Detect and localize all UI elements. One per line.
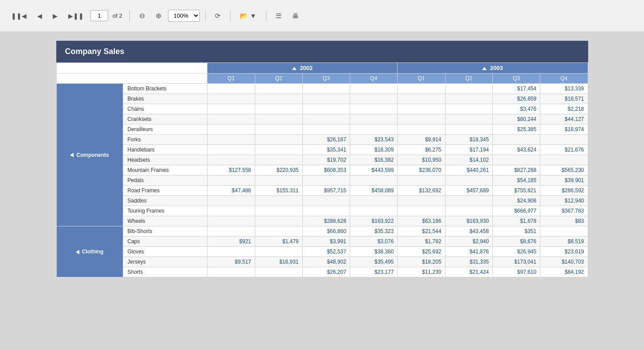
view-button[interactable]: ☰ <box>272 9 285 23</box>
cell-q2002_4 <box>350 94 398 104</box>
cell-q2003_1 <box>398 84 445 94</box>
zoom-out-button[interactable]: ⊖ <box>135 9 149 23</box>
cell-q2003_4: $18,974 <box>540 124 588 135</box>
first-page-button[interactable]: ❚❚◀ <box>7 10 31 22</box>
collapse-triangle-components[interactable] <box>70 153 74 157</box>
sort-triangle-2003 <box>482 67 487 70</box>
table-row: Cranksets$80,244$44,127 <box>56 114 588 124</box>
cell-q2003_2 <box>445 206 492 216</box>
cell-q2002_1 <box>207 196 255 206</box>
export-button[interactable]: 📂 ▼ <box>236 9 261 23</box>
table-row: Touring Frames$666,977$367,783 <box>56 206 588 216</box>
cell-q2002_2 <box>255 104 302 114</box>
cell-q2002_1 <box>207 135 255 145</box>
cell-q2002_3: $66,860 <box>302 226 350 237</box>
item-name-cell: Headsets <box>123 155 207 165</box>
cell-q2003_3: $26,945 <box>492 247 540 257</box>
cell-q2003_4: $565,230 <box>540 165 588 175</box>
cell-q2003_2 <box>445 104 492 114</box>
item-name-cell: Mountain Frames <box>123 165 207 175</box>
cell-q2002_1 <box>207 145 255 155</box>
cell-q2003_2: $2,940 <box>445 237 492 247</box>
cell-q2002_2 <box>255 196 302 206</box>
year-2002-header: 2002 <box>207 63 398 74</box>
cell-q2003_3: $26,659 <box>492 94 540 104</box>
collapse-triangle-clothing[interactable] <box>76 250 79 254</box>
cell-q2003_3: $827,288 <box>492 165 540 175</box>
item-name-cell: Pedals <box>123 175 207 186</box>
cell-q2002_4 <box>350 84 398 94</box>
cell-q2003_2: $17,194 <box>445 145 492 155</box>
cell-q2002_3: $26,207 <box>302 267 350 277</box>
cell-q2003_2 <box>445 175 492 186</box>
cell-q2003_2 <box>445 124 492 135</box>
refresh-button[interactable]: ⟳ <box>211 9 225 23</box>
cell-q2002_2 <box>255 114 302 124</box>
cell-q2003_1: $21,544 <box>398 226 445 237</box>
q3-2003-header: Q3 <box>492 74 540 84</box>
cell-q2003_3: $80,244 <box>492 114 540 124</box>
cell-q2002_3: $3,991 <box>302 237 350 247</box>
cell-q2002_3 <box>302 114 350 124</box>
cell-q2003_4: $8,519 <box>540 237 588 247</box>
cell-q2003_4: $140,703 <box>540 257 588 267</box>
cell-q2003_1: $63,186 <box>398 216 445 226</box>
item-name-cell: Shorts <box>123 267 207 277</box>
cell-q2002_3: $19,702 <box>302 155 350 165</box>
cell-q2002_4: $35,495 <box>350 257 398 267</box>
cell-q2003_3: $666,977 <box>492 206 540 216</box>
next-page-button[interactable]: ▶ <box>49 10 62 22</box>
cell-q2002_1 <box>207 247 255 257</box>
cell-q2003_4: $84,192 <box>540 267 588 277</box>
print-button[interactable]: 🖶 <box>288 9 303 22</box>
cell-q2002_4 <box>350 104 398 114</box>
cell-q2002_2 <box>255 247 302 257</box>
cell-q2002_4 <box>350 114 398 124</box>
cell-q2003_2: $21,424 <box>445 267 492 277</box>
cell-q2003_1 <box>398 124 445 135</box>
cell-q2002_4 <box>350 124 398 135</box>
cell-q2003_2 <box>445 84 492 94</box>
cell-q2002_2: $16,931 <box>255 257 302 267</box>
prev-page-button[interactable]: ◀ <box>33 10 46 22</box>
cell-q2002_2 <box>255 267 302 277</box>
cell-q2002_2 <box>255 135 302 145</box>
cell-q2002_3: $52,537 <box>302 247 350 257</box>
cell-q2003_3: $54,185 <box>492 175 540 186</box>
table-row: Mountain Frames$127,558$220,935$608,353$… <box>56 165 588 175</box>
cell-q2003_2: $31,335 <box>445 257 492 267</box>
cell-q2002_3 <box>302 84 350 94</box>
cell-q2003_2: $457,689 <box>445 186 492 196</box>
item-name-cell: Chains <box>123 104 207 114</box>
zoom-select[interactable]: 50% 75% 100% 125% 150% 200% <box>168 10 200 22</box>
cell-q2002_4: $18,309 <box>350 145 398 155</box>
cell-q2003_3: $43,624 <box>492 145 540 155</box>
cell-q2002_4: $35,323 <box>350 226 398 237</box>
cell-q2002_2 <box>255 206 302 216</box>
item-name-cell: Road Frames <box>123 186 207 196</box>
cell-q2002_2 <box>255 155 302 165</box>
cell-q2002_4 <box>350 175 398 186</box>
q4-2002-header: Q4 <box>350 74 398 84</box>
cell-q2002_1 <box>207 94 255 104</box>
cell-q2002_1: $921 <box>207 237 255 247</box>
cell-q2003_4 <box>540 135 588 145</box>
cell-q2002_1 <box>207 124 255 135</box>
cell-q2003_2: $163,930 <box>445 216 492 226</box>
cell-q2002_1 <box>207 267 255 277</box>
cell-q2002_3 <box>302 94 350 104</box>
cell-q2003_4: $367,783 <box>540 206 588 216</box>
cell-q2003_3: $24,908 <box>492 196 540 206</box>
cell-q2002_2 <box>255 84 302 94</box>
last-page-button[interactable]: ▶❚❚ <box>64 10 88 22</box>
cell-q2003_3 <box>492 135 540 145</box>
page-number-input[interactable]: 1 <box>90 10 108 21</box>
cell-q2003_2 <box>445 94 492 104</box>
table-row: Handlebars$35,341$18,309$6,275$17,194$43… <box>56 145 588 155</box>
cell-q2002_2: $155,311 <box>255 186 302 196</box>
item-name-cell: Touring Frames <box>123 206 207 216</box>
cell-q2002_2: $220,935 <box>255 165 302 175</box>
zoom-in-button[interactable]: ⊕ <box>152 9 165 23</box>
item-name-cell: Jerseys <box>123 257 207 267</box>
item-name-cell: Cranksets <box>123 114 207 124</box>
